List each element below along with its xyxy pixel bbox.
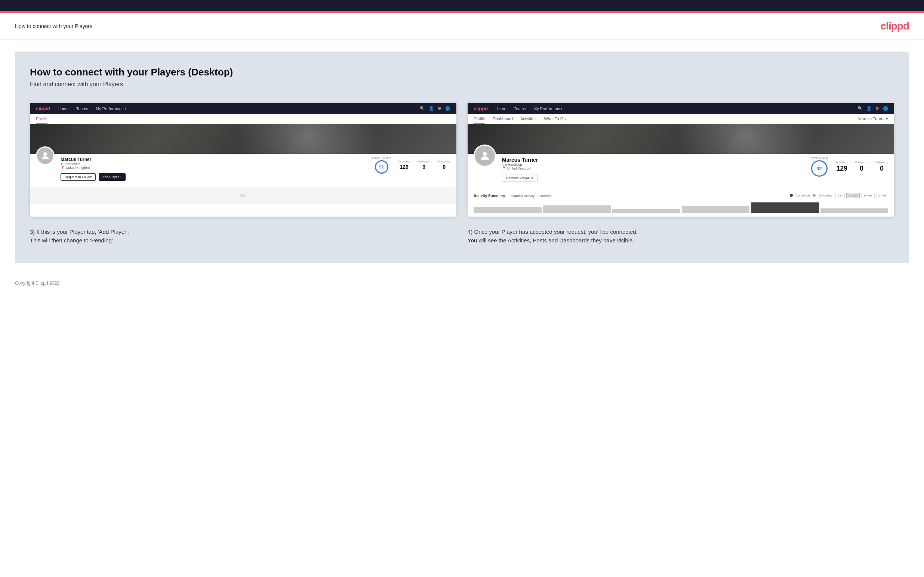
right-tabs: Profile Dashboard Activities What To On …: [468, 114, 894, 124]
right-location-pin-icon: 📍: [502, 166, 506, 170]
right-nav-home[interactable]: Home: [495, 106, 506, 111]
main-heading: How to connect with your Players (Deskto…: [30, 66, 894, 78]
desc-left: 3) If this is your Player tap, 'Add Play…: [30, 228, 456, 245]
top-bar: [0, 0, 924, 11]
left-followers-stat: Followers 0: [418, 160, 430, 170]
right-search-icon[interactable]: 🔍: [858, 106, 863, 111]
filter-3mths[interactable]: 3 mths: [861, 193, 875, 198]
activity-chart: [473, 201, 888, 213]
left-nav-teams[interactable]: Teams: [76, 106, 88, 111]
left-player-location: 📍 United Kingdom: [61, 166, 366, 169]
left-quality-circle: 92: [375, 160, 388, 174]
page-title: How to connect with your Players: [15, 23, 92, 29]
add-player-button[interactable]: Add Player +: [99, 173, 126, 181]
on-course-label: On course: [796, 194, 809, 197]
right-quality-stat: Player Quality 92: [810, 156, 829, 177]
chart-bar-5: [751, 202, 819, 213]
desc-right: 4) Once your Player has accepted your re…: [468, 228, 894, 245]
right-navbar: clippd Home Teams My Performance 🔍 👤 ⚙ 🌐: [468, 103, 894, 114]
right-avatar: [473, 145, 496, 167]
right-activities-stat: Activities 129: [836, 161, 848, 172]
left-navbar: clippd Home Teams My Performance 🔍 👤 ⚙ 🌐: [30, 103, 456, 114]
request-follow-button[interactable]: Request to Follow: [61, 173, 96, 181]
user-icon[interactable]: 👤: [429, 106, 434, 111]
screenshot-left: clippd Home Teams My Performance 🔍 👤 ⚙ 🌐…: [30, 103, 456, 217]
filter-1yr[interactable]: 1 yr: [835, 193, 845, 198]
left-player-handicap: 1-5 Handicap: [61, 162, 366, 166]
svg-point-0: [44, 152, 47, 156]
activity-subtitle: Monthly Activity - 6 Months: [511, 194, 551, 198]
left-nav-icons: 🔍 👤 ⚙ 🌐: [420, 106, 451, 111]
descriptions-row: 3) If this is your Player tap, 'Add Play…: [30, 228, 894, 245]
right-nav-performance[interactable]: My Performance: [533, 106, 564, 111]
right-stats: Player Quality 92 Activities 129 Followe…: [810, 156, 888, 177]
right-player-location: 📍 United Kingdom: [502, 166, 804, 170]
tab-profile-left[interactable]: Profile: [36, 116, 47, 124]
right-player-handicap: 1-5 Handicap: [502, 163, 804, 166]
remove-x-icon: ✕: [531, 176, 534, 180]
right-banner-overlay: [468, 124, 894, 154]
chart-bar-2: [543, 205, 611, 213]
right-quality-circle: 92: [811, 160, 827, 177]
main-content: How to connect with your Players (Deskto…: [15, 52, 909, 263]
left-banner: [30, 124, 456, 154]
right-activity-summary: Activity Summary Monthly Activity - 6 Mo…: [468, 188, 894, 217]
chart-bar-3: [612, 209, 680, 213]
location-pin-icon: 📍: [61, 166, 65, 169]
left-pencil-area: ✏: [30, 187, 456, 204]
right-player-section: Marcus Turner 1-5 Handicap 📍 United King…: [468, 154, 894, 188]
activity-right: On course Off course 1 yr 6 mths 3 mths …: [790, 193, 888, 198]
screenshots-row: clippd Home Teams My Performance 🔍 👤 ⚙ 🌐…: [30, 103, 894, 217]
right-player-name: Marcus Turner: [502, 157, 804, 163]
svg-point-1: [483, 152, 487, 156]
filter-1mth[interactable]: 1 mth: [876, 193, 888, 198]
header-divider: [15, 40, 909, 40]
main-subheading: Find and connect with your Players: [30, 81, 894, 88]
left-tabs: Profile: [30, 114, 456, 124]
off-course-dot: [813, 194, 816, 197]
settings-icon[interactable]: ⚙: [438, 106, 441, 111]
chart-bar-4: [682, 206, 750, 213]
tab-player-selector[interactable]: Marcus Turner ▾: [858, 116, 888, 124]
tab-profile-right[interactable]: Profile: [473, 116, 485, 124]
right-globe-icon[interactable]: 🌐: [883, 106, 888, 111]
activity-filters: 1 yr 6 mths 3 mths 1 mth: [835, 193, 888, 198]
right-followers-stat: Followers 0: [855, 161, 868, 172]
left-nav-performance[interactable]: My Performance: [96, 106, 126, 111]
remove-player-button[interactable]: Remove Player ✕: [502, 174, 538, 182]
page-header: How to connect with your Players clippd: [0, 13, 924, 40]
desc-left-text: 3) If this is your Player tap, 'Add Play…: [30, 228, 456, 245]
right-nav-logo: clippd: [473, 106, 488, 111]
right-settings-icon[interactable]: ⚙: [876, 106, 879, 111]
chart-bar-6: [821, 208, 888, 213]
globe-icon[interactable]: 🌐: [445, 106, 451, 111]
tab-activities-right[interactable]: Activities: [520, 116, 536, 124]
left-player-section: Marcus Turner 1-5 Handicap 📍 United King…: [30, 154, 456, 187]
filter-6mths[interactable]: 6 mths: [846, 193, 860, 198]
tab-dashboard-right[interactable]: Dashboard: [493, 116, 513, 124]
left-action-buttons: Request to Follow Add Player +: [61, 173, 366, 181]
activity-title: Activity Summary: [473, 194, 505, 198]
left-nav-home[interactable]: Home: [58, 106, 68, 111]
right-nav-teams[interactable]: Teams: [514, 106, 526, 111]
activity-legend: On course Off course: [790, 194, 832, 197]
left-following-stat: Following 0: [438, 160, 451, 170]
desc-right-text: 4) Once your Player has accepted your re…: [468, 228, 894, 245]
right-nav-icons: 🔍 👤 ⚙ 🌐: [858, 106, 888, 111]
activity-left: Activity Summary Monthly Activity - 6 Mo…: [473, 192, 551, 199]
right-banner: [468, 124, 894, 154]
left-quality-stat: Player Quality 92: [372, 156, 391, 174]
footer-copyright: Copyright Clippd 2022: [15, 280, 60, 286]
left-nav-logo: clippd: [36, 106, 50, 111]
clippd-logo: clippd: [880, 20, 909, 32]
tab-what-to-on-right[interactable]: What To On: [544, 116, 565, 124]
right-user-icon[interactable]: 👤: [866, 106, 872, 111]
left-banner-overlay: [30, 124, 456, 154]
pencil-icon: ✏: [240, 192, 246, 200]
right-following-stat: Following 0: [876, 161, 888, 172]
left-avatar: [36, 147, 55, 165]
search-icon[interactable]: 🔍: [420, 106, 425, 111]
page-footer: Copyright Clippd 2022: [0, 274, 924, 292]
left-activities-stat: Activities 129: [398, 160, 410, 170]
off-course-label: Off course: [819, 194, 832, 197]
